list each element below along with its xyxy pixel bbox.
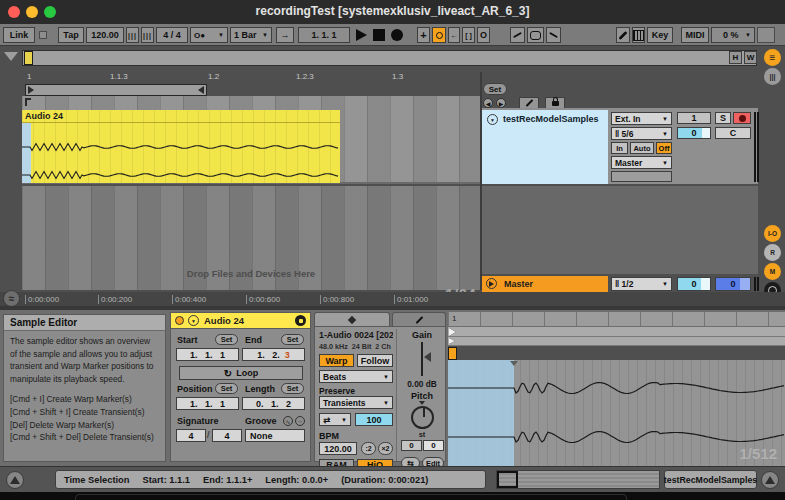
- pitch-semitones-field[interactable]: 0: [401, 440, 422, 451]
- preserve-dropdown[interactable]: Transients ▼: [319, 396, 393, 409]
- midi-map-button[interactable]: MIDI: [681, 27, 709, 43]
- follow-button[interactable]: →: [276, 27, 294, 43]
- groove-swing-icon[interactable]: ∿: [283, 416, 293, 426]
- warp-marker-lane[interactable]: [448, 327, 785, 337]
- key-map-button[interactable]: Key: [647, 27, 673, 43]
- end-set-button[interactable]: Set: [281, 334, 304, 345]
- arrangement-overview[interactable]: [22, 50, 757, 66]
- show-returns-toggle[interactable]: R: [764, 244, 781, 261]
- computer-midi-keyboard-button[interactable]: [632, 27, 645, 43]
- start-marker-icon[interactable]: [448, 347, 457, 360]
- track-number-box[interactable]: 1: [677, 112, 711, 124]
- clip-start-field[interactable]: 1. 1. 1: [176, 348, 239, 361]
- sample-name-button[interactable]: testRecModelSamples: [664, 470, 757, 489]
- set-loop-button[interactable]: Set: [483, 83, 507, 95]
- clip-position-field[interactable]: 1. 1. 1: [176, 397, 239, 410]
- clip-activate-button[interactable]: [175, 316, 184, 325]
- capture-selection-button[interactable]: [ ]: [462, 27, 475, 43]
- groove-dropdown[interactable]: None: [245, 429, 305, 442]
- stop-button[interactable]: [373, 29, 385, 41]
- quantize-dropdown[interactable]: 1 Bar ▼: [230, 27, 272, 43]
- loop-button[interactable]: ↻ Loop: [179, 366, 303, 380]
- arrangement-clip[interactable]: Audio 24: [22, 110, 340, 183]
- master-track-header[interactable]: Master: [482, 276, 608, 292]
- editor-beat-ruler[interactable]: 1: [448, 312, 785, 327]
- transient-envelope-field[interactable]: 100: [355, 413, 393, 426]
- track-header[interactable]: ▼ testRecModelSamples: [482, 110, 608, 184]
- track-volume-field[interactable]: 0: [677, 127, 711, 139]
- monitor-auto-button[interactable]: Auto: [630, 142, 654, 154]
- monitor-off-button[interactable]: Off: [656, 142, 672, 154]
- sample-tab[interactable]: [314, 312, 390, 326]
- clip-fold-button[interactable]: ▼: [188, 315, 199, 326]
- clip-length-field[interactable]: 0. 1. 2: [242, 397, 305, 410]
- play-button[interactable]: [356, 29, 367, 41]
- arm-record-button[interactable]: [733, 112, 751, 124]
- warp-marker-icon[interactable]: [449, 328, 456, 336]
- pitch-knob[interactable]: [411, 406, 434, 429]
- master-pan-field[interactable]: 0: [715, 277, 751, 291]
- overview-view-box[interactable]: [24, 51, 33, 65]
- time-ruler[interactable]: ≈ 0:00:000 0:00:200 0:00:400 0:00:600 0:…: [0, 292, 785, 306]
- position-set-button[interactable]: Set: [215, 383, 238, 394]
- solo-button[interactable]: S: [715, 112, 731, 124]
- arrangement-position-field[interactable]: 1. 1. 1: [298, 27, 350, 43]
- signature-denominator-field[interactable]: 4: [212, 429, 242, 442]
- collapse-arrangement-button[interactable]: [4, 52, 18, 61]
- time-signature-field[interactable]: 4 / 4: [156, 27, 188, 43]
- scrub-area[interactable]: [22, 96, 480, 108]
- tap-tempo-button[interactable]: Tap: [58, 27, 84, 43]
- time-ruler-mode-button[interactable]: ≈: [3, 290, 20, 307]
- punch-in-button[interactable]: [510, 27, 525, 43]
- warp-mode-dropdown[interactable]: Beats ▼: [319, 370, 393, 383]
- overdub-button[interactable]: +: [417, 27, 430, 43]
- mixer-menu-button[interactable]: ≡: [764, 49, 781, 66]
- output-dropdown[interactable]: Master ▼: [611, 156, 672, 169]
- track-name[interactable]: testRecModelSamples: [503, 114, 599, 124]
- clip-loop-indicator-icon[interactable]: [295, 315, 306, 326]
- track-fold-button[interactable]: ▼: [487, 114, 498, 125]
- show-mixer-toggle[interactable]: M: [764, 263, 781, 280]
- optimize-height-button[interactable]: H: [729, 51, 742, 64]
- master-play-button[interactable]: [486, 278, 497, 289]
- clip-end-field[interactable]: 1. 2. 3: [242, 348, 305, 361]
- re-enable-automation-button[interactable]: ←: [448, 27, 460, 43]
- track-pan-field[interactable]: C: [715, 127, 751, 139]
- scrollbar-thumb[interactable]: [497, 471, 518, 488]
- show-io-toggle[interactable]: I-O: [764, 225, 781, 242]
- editor-wave-area[interactable]: 1/512: [448, 360, 785, 466]
- start-set-button[interactable]: Set: [215, 334, 238, 345]
- punch-out-button[interactable]: [546, 27, 561, 43]
- length-set-button[interactable]: Set: [281, 383, 304, 394]
- input-type-dropdown[interactable]: Ext. In ▼: [611, 112, 672, 125]
- gain-slider[interactable]: [421, 342, 423, 376]
- show-detail-view-button[interactable]: [761, 471, 779, 489]
- bpm-double-button[interactable]: ×2: [378, 442, 393, 455]
- automation-arm-button[interactable]: [432, 27, 446, 43]
- cpu-load-meter[interactable]: 0 % ▼: [711, 27, 755, 43]
- drop-area[interactable]: Drop Files and Devices Here 1/64: [22, 186, 480, 290]
- pitch-cents-field[interactable]: 0: [423, 440, 444, 451]
- loop-switch-button[interactable]: [527, 27, 544, 43]
- tempo-field[interactable]: 120.00: [86, 27, 124, 43]
- segment-bpm-field[interactable]: 120.00: [319, 442, 357, 455]
- optimize-width-button[interactable]: W: [744, 51, 757, 64]
- output-channel-box[interactable]: [611, 171, 672, 182]
- monitor-in-button[interactable]: In: [611, 142, 628, 154]
- transient-loop-mode-dropdown[interactable]: ⇄ ▼: [319, 413, 351, 426]
- warp-follow-button[interactable]: Follow: [357, 354, 393, 367]
- draw-mode-button[interactable]: [616, 27, 630, 43]
- nudge-down-button[interactable]: |||: [126, 27, 139, 43]
- track-options-button[interactable]: |||: [764, 68, 781, 85]
- transient-marker-icon[interactable]: [449, 338, 455, 344]
- metronome-dropdown[interactable]: O● ▼: [190, 27, 228, 43]
- show-info-view-button[interactable]: [6, 471, 24, 489]
- loop-end-handle[interactable]: [198, 86, 204, 94]
- clip-title-bar[interactable]: Audio 24: [22, 110, 340, 123]
- loop-brace[interactable]: [25, 84, 207, 96]
- nudge-up-button[interactable]: |||: [141, 27, 154, 43]
- loop-start-handle[interactable]: [28, 86, 34, 94]
- beat-time-ruler[interactable]: 1 1.1.3 1.2 1.2.3 1.3: [22, 72, 480, 84]
- groove-commit-icon[interactable]: →: [295, 416, 305, 426]
- gain-slider-handle[interactable]: [424, 352, 431, 362]
